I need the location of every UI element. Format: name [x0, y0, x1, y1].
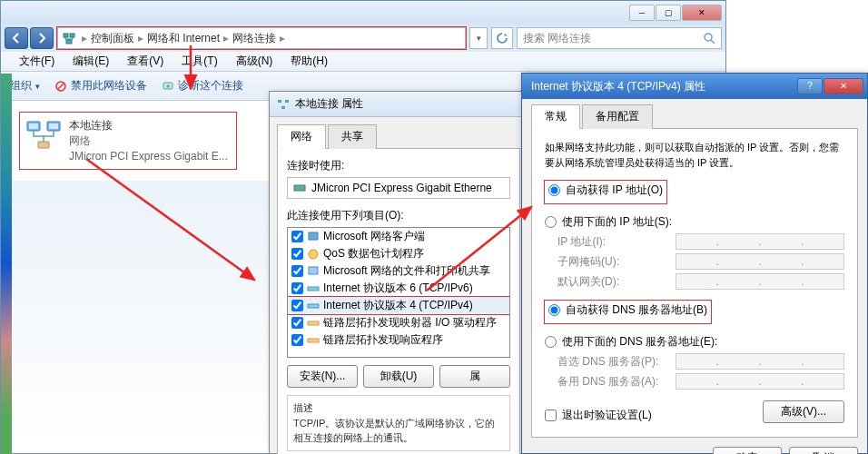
tab-alternate[interactable]: 备用配置 — [582, 104, 653, 129]
refresh-button[interactable] — [491, 27, 513, 49]
svg-rect-14 — [278, 100, 281, 103]
lltd2-icon — [307, 334, 320, 347]
svg-rect-15 — [285, 100, 289, 103]
tab-row: 网络 共享 — [277, 124, 520, 149]
help-button[interactable]: ? — [797, 78, 823, 94]
list-item[interactable]: Microsoft 网络的文件和打印机共享 — [288, 262, 509, 280]
validate-checkbox[interactable] — [545, 410, 557, 421]
dns2-label: 备用 DNS 服务器(A): — [557, 374, 676, 390]
uninstall-button[interactable]: 卸载(U) — [363, 365, 434, 388]
radio-dns-manual[interactable] — [545, 336, 557, 348]
dropdown-button[interactable]: ▾ — [469, 27, 488, 49]
menu-advanced[interactable]: 高级(N) — [227, 52, 282, 71]
svg-rect-11 — [29, 123, 38, 129]
ip-auto-group: 自动获得 IP 地址(O) — [545, 181, 666, 203]
tab-network[interactable]: 网络 — [277, 124, 326, 149]
fileshare-icon — [307, 265, 320, 278]
svg-rect-17 — [294, 185, 305, 191]
advanced-button[interactable]: 高级(V)... — [763, 400, 844, 423]
svg-rect-22 — [308, 304, 319, 308]
svg-rect-0 — [64, 34, 68, 37]
network-icon — [277, 98, 290, 111]
client-icon — [307, 231, 320, 243]
gateway-input: ... — [676, 273, 844, 290]
item-checkbox[interactable] — [291, 265, 303, 277]
dialog-title: 本地连接 属性 — [270, 92, 528, 117]
tab-general[interactable]: 常规 — [531, 104, 580, 129]
list-item[interactable]: Microsoft 网络客户端 — [288, 228, 509, 245]
menu-help[interactable]: 帮助(H) — [281, 52, 337, 71]
adapter-icon — [293, 182, 306, 194]
breadcrumb[interactable]: ▸ 控制面板 ▸ 网络和 Internet ▸ 网络连接 ▸ — [57, 27, 466, 49]
ip-address-input: ... — [676, 233, 844, 250]
cancel-button[interactable]: 取消 — [789, 447, 858, 454]
dns-auto-group: 自动获得 DNS 服务器地址(B) — [545, 301, 711, 323]
connect-using-label: 连接时使用: — [287, 158, 510, 173]
subnet-label: 子网掩码(U): — [557, 254, 676, 270]
bc-sep-icon: ▸ — [278, 32, 287, 44]
menu-view[interactable]: 查看(V) — [118, 52, 173, 71]
adapter-box: JMicron PCI Express Gigabit Etherne — [287, 177, 510, 199]
list-item-ipv4[interactable]: Internet 协议版本 4 (TCP/IPv4) — [288, 297, 509, 314]
bc-segment[interactable]: 网络和 Internet — [145, 31, 222, 46]
close-button[interactable]: ✕ — [682, 5, 722, 21]
description-box: 描述 TCP/IP。该协议是默认的广域网络协议，它的相互连接的网络上的通讯。 — [287, 395, 510, 451]
back-button[interactable] — [5, 27, 28, 49]
list-item[interactable]: 链路层拓扑发现响应程序 — [288, 331, 509, 349]
bc-segment[interactable]: 网络连接 — [231, 31, 278, 46]
menu-edit[interactable]: 编辑(E) — [64, 52, 118, 71]
svg-line-6 — [58, 84, 64, 89]
list-item[interactable]: Internet 协议版本 6 (TCP/IPv6) — [288, 280, 509, 297]
svg-rect-18 — [309, 232, 318, 240]
install-button[interactable]: 安装(N)... — [287, 365, 358, 388]
lltd-icon — [307, 317, 320, 330]
connection-item[interactable]: 本地连接 网络 JMicron PCI Express Gigabit E... — [19, 112, 237, 170]
radio-dns-auto[interactable] — [548, 304, 560, 316]
local-connection-properties-dialog: 本地连接 属性 网络 共享 连接时使用: JMicron PCI Express… — [269, 91, 528, 454]
close-button[interactable]: ✕ — [824, 78, 863, 94]
ok-button[interactable]: 确定 — [713, 447, 782, 454]
list-item[interactable]: 链路层拓扑发现映射器 I/O 驱动程序 — [288, 314, 509, 331]
gateway-label: 默认网关(D): — [557, 274, 676, 290]
titlebar: ─ ▢ ✕ — [1, 1, 725, 25]
item-list[interactable]: Microsoft 网络客户端 QoS 数据包计划程序 Microsoft 网络… — [287, 227, 510, 358]
menu-file[interactable]: 文件(F) — [10, 52, 64, 71]
radio-ip-auto[interactable] — [548, 184, 560, 196]
tab-sharing[interactable]: 共享 — [328, 124, 377, 149]
dns1-label: 首选 DNS 服务器(P): — [557, 354, 676, 370]
refresh-icon — [497, 33, 508, 44]
item-checkbox[interactable] — [291, 231, 303, 242]
svg-rect-13 — [38, 142, 49, 148]
item-checkbox[interactable] — [291, 248, 303, 260]
maximize-button[interactable]: ▢ — [656, 5, 681, 21]
minimize-button[interactable]: ─ — [629, 5, 655, 21]
network-icon — [62, 31, 76, 45]
tool-diagnose[interactable]: 诊断这个连接 — [162, 78, 243, 94]
bc-segment[interactable]: 控制面板 — [89, 31, 136, 46]
bc-sep-icon: ▸ — [80, 32, 89, 44]
chevron-down-icon: ▾ — [477, 34, 481, 43]
list-item[interactable]: QoS 数据包计划程序 — [288, 245, 509, 262]
item-checkbox[interactable] — [291, 334, 303, 346]
svg-rect-20 — [309, 267, 318, 274]
svg-rect-2 — [66, 40, 72, 44]
svg-point-3 — [705, 34, 712, 41]
item-checkbox[interactable] — [291, 317, 303, 329]
tool-organize[interactable]: 组织 ▾ — [10, 78, 40, 94]
qos-icon — [307, 248, 320, 261]
properties-button[interactable]: 属 — [439, 365, 510, 388]
dialog-title: Internet 协议版本 4 (TCP/IPv4) 属性 ? ✕ — [522, 74, 867, 99]
disable-icon — [54, 80, 67, 93]
subnet-input: ... — [676, 253, 844, 270]
search-input[interactable]: 搜索 网络连接 — [517, 27, 722, 49]
forward-button[interactable] — [30, 27, 54, 49]
forward-arrow-icon — [35, 32, 48, 44]
ip-address-label: IP 地址(I): — [557, 234, 676, 250]
svg-rect-16 — [281, 106, 285, 109]
tool-disable[interactable]: 禁用此网络设备 — [54, 78, 147, 94]
radio-ip-manual[interactable] — [545, 216, 557, 228]
connection-subtitle2: JMicron PCI Express Gigabit E... — [69, 149, 228, 164]
menu-tools[interactable]: 工具(T) — [173, 52, 226, 71]
item-checkbox[interactable] — [291, 300, 303, 311]
item-checkbox[interactable] — [291, 282, 303, 294]
